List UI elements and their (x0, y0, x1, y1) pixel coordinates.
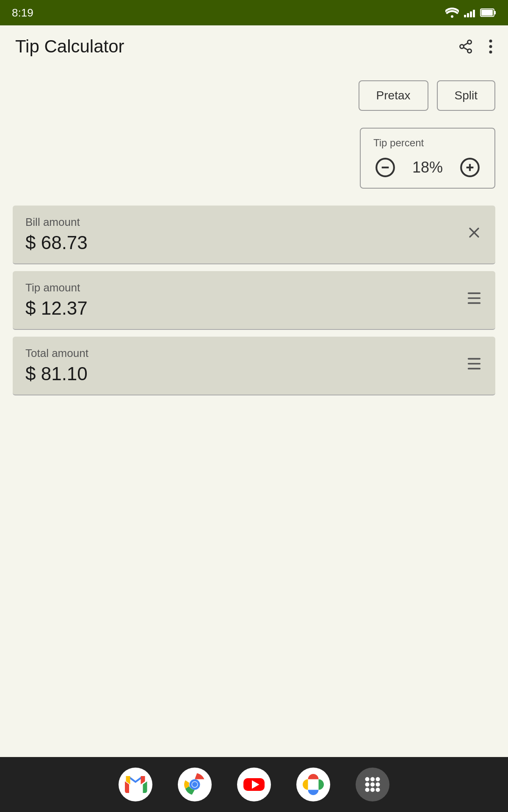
tip-percent-container: Tip percent 18% (13, 128, 495, 189)
svg-point-0 (451, 15, 453, 18)
total-amount-label: Total amount (25, 347, 88, 360)
photos-dock-icon[interactable] (296, 768, 330, 801)
tip-details-button[interactable] (466, 291, 483, 310)
signal-icon (464, 8, 475, 17)
status-time: 8:19 (12, 6, 33, 19)
status-bar: 8:19 (0, 0, 508, 25)
svg-point-39 (376, 788, 380, 792)
svg-point-27 (192, 782, 198, 787)
chrome-dock-icon[interactable] (178, 768, 212, 801)
svg-point-30 (309, 781, 317, 788)
svg-point-38 (370, 788, 375, 792)
total-amount-value: $ 81.10 (25, 363, 88, 384)
total-details-button[interactable] (466, 356, 483, 375)
clear-bill-button[interactable] (466, 224, 483, 245)
svg-rect-3 (494, 11, 496, 14)
tip-percent-label: Tip percent (373, 137, 482, 149)
svg-line-8 (464, 43, 468, 46)
battery-icon (480, 8, 496, 17)
svg-point-10 (489, 45, 492, 48)
page-title: Tip Calculator (15, 36, 124, 57)
increase-tip-button[interactable] (458, 156, 482, 179)
svg-point-32 (370, 777, 375, 782)
pretax-button[interactable]: Pretax (359, 80, 428, 111)
total-amount-left: Total amount $ 81.10 (25, 347, 88, 384)
svg-line-7 (464, 47, 468, 50)
total-amount-card: Total amount $ 81.10 (13, 337, 495, 395)
svg-point-35 (370, 782, 375, 787)
svg-rect-2 (481, 10, 493, 16)
top-controls: Pretax Split (13, 80, 495, 111)
bill-amount-value: $ 68.73 (25, 232, 88, 253)
wifi-icon (445, 8, 459, 18)
bill-amount-label: Bill amount (25, 216, 88, 229)
all-apps-dock-icon[interactable] (356, 768, 389, 801)
svg-point-33 (376, 777, 380, 782)
svg-point-37 (365, 788, 370, 792)
bill-amount-left: Bill amount $ 68.73 (25, 216, 88, 253)
tip-percent-value: 18% (412, 159, 443, 176)
tip-percent-box: Tip percent 18% (360, 128, 495, 189)
tip-amount-card: Tip amount $ 12.37 (13, 271, 495, 330)
svg-point-9 (489, 40, 492, 43)
tip-amount-label: Tip amount (25, 281, 88, 294)
app-bar-actions (458, 39, 493, 54)
bill-amount-card: Bill amount $ 68.73 (13, 206, 495, 264)
main-content: Pretax Split Tip percent 18% (0, 68, 508, 415)
app-bar: Tip Calculator (0, 25, 508, 68)
svg-point-36 (376, 782, 380, 787)
svg-point-34 (365, 782, 370, 787)
share-button[interactable] (458, 39, 473, 54)
more-options-button[interactable] (489, 39, 493, 54)
tip-amount-value: $ 12.37 (25, 298, 88, 319)
bottom-dock (0, 757, 508, 812)
tip-amount-left: Tip amount $ 12.37 (25, 281, 88, 319)
svg-point-31 (365, 777, 370, 782)
youtube-dock-icon[interactable] (237, 768, 271, 801)
decrease-tip-button[interactable] (373, 156, 397, 179)
tip-percent-controls: 18% (373, 156, 482, 179)
svg-point-11 (489, 51, 492, 54)
status-icons (445, 8, 496, 18)
split-button[interactable]: Split (437, 80, 495, 111)
gmail-dock-icon[interactable] (119, 768, 152, 801)
